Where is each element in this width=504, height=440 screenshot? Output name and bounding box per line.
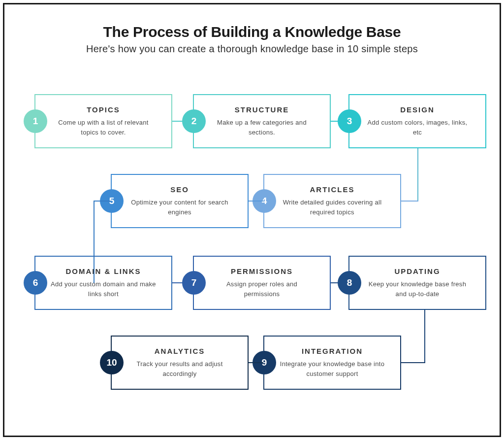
step-5-box: 5 SEO Optimize your content for search e… [111, 174, 249, 228]
connector-8-9-v [424, 310, 425, 363]
step-7-number: 7 [182, 271, 206, 295]
step-3-box: 3 DESIGN Add custom colors, images, link… [348, 94, 486, 148]
connector-8-9-h [401, 362, 425, 363]
step-3-desc: Add custom colors, images, links, etc [364, 118, 471, 137]
step-9-box: 9 INTEGRATION Integrate your knowledge b… [263, 336, 401, 390]
step-4-box: 4 ARTICLES Write detailed guides coverin… [263, 174, 401, 228]
step-1-box: 1 TOPICS Come up with a list of relevant… [34, 94, 172, 148]
step-5-desc: Optimize your content for search engines [126, 198, 233, 217]
connector-3-4-h [401, 201, 418, 202]
step-10-number: 10 [100, 351, 124, 374]
step-6-box: 6 DOMAIN & LINKS Add your custom domain … [34, 256, 172, 310]
connector-9-10 [248, 362, 263, 363]
step-7-title: PERMISSIONS [231, 267, 293, 275]
step-3-title: DESIGN [400, 105, 435, 114]
step-8-number: 8 [338, 271, 361, 295]
step-1-title: TOPICS [87, 105, 120, 114]
step-2-box: 2 STRUCTURE Make up a few categories and… [193, 94, 331, 148]
step-6-number: 6 [24, 271, 47, 295]
step-7-box: 7 PERMISSIONS Assign proper roles and pe… [193, 256, 331, 310]
connector-5-6-h1 [94, 201, 111, 202]
process-diagram: 1 TOPICS Come up with a list of relevant… [0, 69, 504, 414]
step-8-desc: Keep your knowledge base fresh and up-to… [364, 279, 471, 299]
step-2-title: STRUCTURE [235, 105, 289, 114]
step-4-title: ARTICLES [310, 185, 355, 194]
step-7-desc: Assign proper roles and permissions [209, 279, 315, 299]
step-4-desc: Write detailed guides covering all requi… [279, 198, 385, 217]
step-10-box: 10 ANALYTICS Track your results and adju… [111, 336, 249, 390]
step-1-desc: Come up with a list of relevant topics t… [50, 118, 157, 137]
step-10-title: ANALYTICS [155, 347, 205, 355]
connector-4-5 [248, 201, 263, 202]
step-3-number: 3 [338, 109, 361, 133]
step-2-desc: Make up a few categories and sections. [209, 118, 315, 137]
step-6-title: DOMAIN & LINKS [66, 267, 141, 275]
step-5-title: SEO [170, 185, 189, 194]
step-1-number: 1 [24, 109, 47, 133]
step-6-desc: Add your custom domain and make links sh… [50, 279, 157, 299]
step-9-title: INTEGRATION [302, 347, 363, 355]
connector-3-4-v [417, 148, 418, 202]
step-8-title: UPDATING [394, 267, 440, 275]
step-9-desc: Integrate your knowledge base into custo… [279, 359, 385, 378]
step-8-box: 8 UPDATING Keep your knowledge base fres… [348, 256, 486, 310]
step-10-desc: Track your results and adjust accordingl… [126, 359, 233, 378]
step-2-number: 2 [182, 109, 206, 133]
